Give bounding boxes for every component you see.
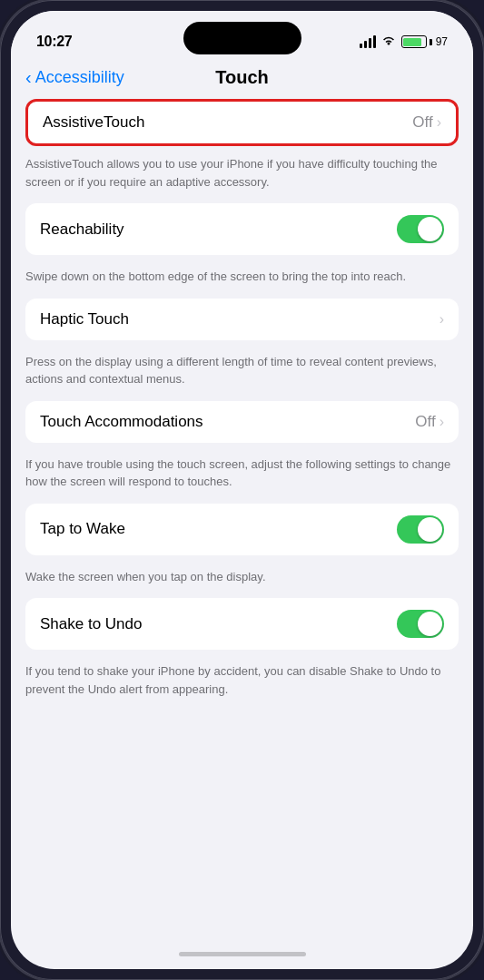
tap-to-wake-group: Tap to Wake (25, 504, 459, 555)
touch-accommodations-chevron-icon: › (440, 414, 444, 430)
touch-accommodations-description: If you have trouble using the touch scre… (11, 450, 473, 504)
toggle-thumb-2 (418, 517, 442, 542)
shake-to-undo-group: Shake to Undo (25, 598, 459, 650)
assistive-touch-description: AssistiveTouch allows you to use your iP… (11, 150, 473, 203)
haptic-touch-chevron-icon: › (440, 311, 444, 328)
page-title: Touch (215, 67, 269, 88)
assistive-touch-right: Off › (412, 113, 441, 132)
assistive-touch-row[interactable]: AssistiveTouch Off › (25, 99, 459, 146)
reachability-toggle[interactable] (397, 215, 444, 243)
assistive-touch-value: Off (412, 113, 432, 132)
haptic-touch-description: Press on the display using a different l… (11, 348, 473, 401)
haptic-touch-row[interactable]: Haptic Touch › (25, 299, 459, 340)
haptic-touch-label: Haptic Touch (40, 310, 129, 328)
touch-accommodations-label: Touch Accommodations (40, 413, 203, 431)
back-label[interactable]: Accessibility (35, 68, 124, 87)
status-icons: 97 (360, 34, 448, 49)
reachability-description: Swipe down on the bottom edge of the scr… (11, 262, 473, 299)
reachability-label: Reachability (40, 220, 124, 239)
status-bar: 10:27 97 (11, 11, 473, 60)
shake-to-undo-row[interactable]: Shake to Undo (25, 598, 459, 650)
nav-header: ‹ Accessibility Touch (11, 60, 473, 99)
assistive-touch-label: AssistiveTouch (43, 113, 144, 132)
touch-accommodations-row[interactable]: Touch Accommodations Off › (25, 401, 459, 443)
reachability-row[interactable]: Reachability (25, 203, 459, 255)
back-button[interactable]: ‹ Accessibility (25, 68, 124, 87)
reachability-group: Reachability (25, 203, 459, 255)
assistive-touch-chevron-icon: › (437, 114, 441, 131)
shake-to-undo-description: If you tend to shake your iPhone by acci… (11, 657, 473, 710)
toggle-thumb-3 (418, 612, 442, 636)
haptic-touch-group: Haptic Touch › (25, 299, 459, 340)
back-chevron-icon: ‹ (25, 68, 32, 86)
toggle-thumb (418, 217, 442, 241)
tap-to-wake-row[interactable]: Tap to Wake (25, 504, 459, 555)
touch-accommodations-value: Off (415, 413, 435, 431)
haptic-touch-right: › (440, 311, 444, 328)
battery-icon: 97 (401, 35, 448, 48)
signal-bars-icon (360, 35, 376, 48)
phone-screen: 10:27 97 ‹ (11, 11, 473, 969)
tap-to-wake-description: Wake the screen when you tap on the disp… (11, 563, 473, 599)
tap-to-wake-toggle[interactable] (397, 515, 444, 544)
touch-accommodations-right: Off › (415, 413, 444, 431)
shake-to-undo-toggle[interactable] (397, 610, 444, 638)
touch-accommodations-group: Touch Accommodations Off › (25, 401, 459, 443)
dynamic-island (183, 22, 301, 54)
content-area: AssistiveTouch Off › AssistiveTouch allo… (11, 99, 473, 957)
home-indicator (179, 952, 306, 956)
phone-frame: 10:27 97 ‹ (0, 0, 484, 980)
wifi-icon (381, 34, 396, 49)
shake-to-undo-label: Shake to Undo (40, 615, 142, 633)
status-time: 10:27 (36, 34, 72, 50)
tap-to-wake-label: Tap to Wake (40, 520, 125, 538)
